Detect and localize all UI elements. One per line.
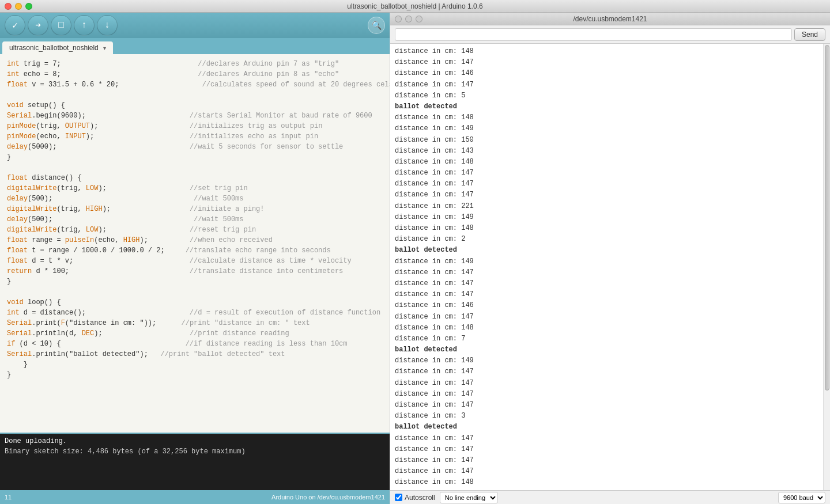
upload-button[interactable]: ➜ bbox=[28, 15, 48, 36]
code-line: } bbox=[2, 276, 387, 287]
save-button[interactable]: ↓ bbox=[97, 15, 118, 36]
serial-close-button[interactable] bbox=[395, 16, 402, 22]
code-editor[interactable]: int trig = 7; //declares Arduino pin 7 a… bbox=[0, 54, 390, 433]
window-title: ultrasonic_ballotbot_noshield | Arduino … bbox=[347, 2, 482, 10]
serial-line: distance in cm: 5 bbox=[395, 90, 818, 101]
code-line: } bbox=[2, 152, 387, 162]
serial-line: distance in cm: 147 bbox=[395, 179, 818, 190]
serial-monitor-title: /dev/cu.usbmodem1421 bbox=[573, 15, 647, 23]
serial-min-button[interactable] bbox=[405, 16, 412, 22]
serial-line: distance in cm: 147 bbox=[395, 289, 818, 300]
serial-scrollbar[interactable] bbox=[823, 44, 830, 490]
serial-line: distance in cm: 149 bbox=[395, 123, 818, 134]
close-button[interactable] bbox=[5, 3, 12, 10]
serial-line: distance in cm: 3 bbox=[395, 411, 818, 422]
code-line: delay(500); //wait 500ms bbox=[2, 214, 387, 225]
code-line: if (d < 10) { //if distance reading is l… bbox=[2, 339, 387, 349]
serial-line: distance in cm: 147 bbox=[395, 444, 818, 455]
code-line: void loop() { bbox=[2, 297, 387, 308]
code-line: Serial.println(d, DEC); //print distance… bbox=[2, 328, 387, 339]
serial-line: distance in cm: 148 bbox=[395, 112, 818, 123]
serial-line: distance in cm: 149 bbox=[395, 355, 818, 366]
serial-line: distance in cm: 146 bbox=[395, 68, 818, 79]
autoscroll-label[interactable]: Autoscroll bbox=[395, 494, 435, 502]
tab-label: ultrasonic_ballotbot_noshield bbox=[9, 44, 99, 52]
serial-line: distance in cm: 147 bbox=[395, 400, 818, 411]
console-line2: Binary sketch size: 4,486 bytes (of a 32… bbox=[5, 448, 385, 456]
serial-line: distance in cm: 7 bbox=[395, 334, 818, 344]
serial-output[interactable]: distance in cm: 148distance in cm: 147di… bbox=[390, 44, 823, 490]
code-line bbox=[2, 287, 387, 297]
serial-output-wrap: distance in cm: 148distance in cm: 147di… bbox=[390, 44, 830, 490]
tab-bar: ultrasonic_ballotbot_noshield ▾ bbox=[0, 38, 390, 54]
code-line: float distance() { bbox=[2, 173, 387, 183]
serial-line: distance in cm: 148 bbox=[395, 223, 818, 234]
serial-line: distance in cm: 149 bbox=[395, 212, 818, 223]
code-line: float t = range / 1000.0 / 1000.0 / 2; /… bbox=[2, 245, 387, 256]
code-line: digitalWrite(trig, LOW); //reset trig pi… bbox=[2, 225, 387, 235]
serial-title-bar: /dev/cu.usbmodem1421 bbox=[390, 13, 830, 25]
serial-window-controls[interactable] bbox=[395, 16, 422, 22]
code-line: void setup() { bbox=[2, 100, 387, 111]
serial-line: distance in cm: 147 bbox=[395, 378, 818, 389]
serial-scrollbar-thumb[interactable] bbox=[825, 45, 829, 391]
bottom-status-bar: 11 Arduino Uno on /dev/cu.usbmodem1421 bbox=[0, 490, 390, 504]
line-ending-select[interactable]: No line ending bbox=[440, 492, 498, 503]
send-button[interactable]: Send bbox=[794, 28, 825, 41]
serial-line: distance in cm: 148 bbox=[395, 46, 818, 57]
code-line: } bbox=[2, 370, 387, 380]
code-line: digitalWrite(trig, LOW); //set trig pin bbox=[2, 183, 387, 194]
code-line: pinMode(trig, OUTPUT); //initializes tri… bbox=[2, 121, 387, 131]
serial-line: distance in cm: 147 bbox=[395, 168, 818, 179]
title-bar: ultrasonic_ballotbot_noshield | Arduino … bbox=[0, 0, 830, 13]
open-button[interactable]: ↑ bbox=[74, 15, 95, 36]
autoscroll-text: Autoscroll bbox=[405, 494, 435, 502]
code-tab[interactable]: ultrasonic_ballotbot_noshield ▾ bbox=[2, 41, 113, 54]
code-line: return d * 100; //translate distance int… bbox=[2, 266, 387, 276]
code-line bbox=[2, 90, 387, 100]
send-bar: Send bbox=[390, 25, 830, 44]
code-line: Serial.begin(9600); //starts Serial Moni… bbox=[2, 111, 387, 121]
code-line: Serial.print(F("distance in cm: ")); //p… bbox=[2, 318, 387, 328]
serial-line: ballot detected bbox=[395, 101, 818, 112]
serial-line: ballot detected bbox=[395, 245, 818, 256]
serial-line: distance in cm: 147 bbox=[395, 433, 818, 444]
console-panel: Done uploading. Binary sketch size: 4,48… bbox=[0, 433, 390, 490]
code-line: delay(500); //wait 500ms bbox=[2, 194, 387, 204]
minimize-button[interactable] bbox=[15, 3, 22, 10]
send-input[interactable] bbox=[395, 28, 792, 41]
code-line: float v = 331.5 + 0.6 * 20; //calculates… bbox=[2, 79, 387, 90]
code-line: int echo = 8; //declares Arduino pin 8 a… bbox=[2, 69, 387, 79]
code-line bbox=[2, 162, 387, 173]
code-line: int d = distance(); //d = result of exec… bbox=[2, 308, 387, 318]
new-button[interactable]: □ bbox=[51, 15, 71, 36]
serial-line: distance in cm: 147 bbox=[395, 79, 818, 90]
window-controls[interactable] bbox=[5, 3, 32, 10]
serial-line: distance in cm: 148 bbox=[395, 157, 818, 168]
baud-rate-select[interactable]: 9600 baud bbox=[778, 492, 825, 503]
serial-bottom-bar: Autoscroll No line ending 9600 baud bbox=[390, 490, 830, 504]
verify-button[interactable]: ✓ bbox=[5, 15, 25, 36]
toolbar: ✓ ➜ □ ↑ ↓ 🔍 bbox=[0, 13, 390, 38]
serial-line: ballot detected bbox=[395, 344, 818, 355]
autoscroll-checkbox[interactable] bbox=[395, 494, 402, 501]
code-line: delay(5000); //wait 5 seconds for sensor… bbox=[2, 142, 387, 152]
serial-line: distance in cm: 147 bbox=[395, 466, 818, 477]
code-line: digitalWrite(trig, HIGH); //initiate a p… bbox=[2, 204, 387, 214]
serial-line: distance in cm: 221 bbox=[395, 201, 818, 212]
serial-line: distance in cm: 147 bbox=[395, 389, 818, 400]
line-number: 11 bbox=[5, 494, 12, 501]
search-button[interactable]: 🔍 bbox=[368, 17, 385, 34]
serial-line: distance in cm: 150 bbox=[395, 135, 818, 146]
code-line: } bbox=[2, 359, 387, 370]
serial-line: distance in cm: 147 bbox=[395, 278, 818, 289]
serial-max-button[interactable] bbox=[416, 16, 422, 22]
serial-line: distance in cm: 147 bbox=[395, 190, 818, 200]
serial-line: distance in cm: 2 bbox=[395, 234, 818, 245]
console-line1: Done uploading. bbox=[5, 437, 385, 445]
serial-line: distance in cm: 148 bbox=[395, 477, 818, 488]
maximize-button[interactable] bbox=[25, 3, 32, 10]
tab-dropdown-icon: ▾ bbox=[103, 45, 106, 51]
code-line: pinMode(echo, INPUT); //initializes echo… bbox=[2, 131, 387, 142]
serial-line: distance in cm: 147 bbox=[395, 455, 818, 466]
